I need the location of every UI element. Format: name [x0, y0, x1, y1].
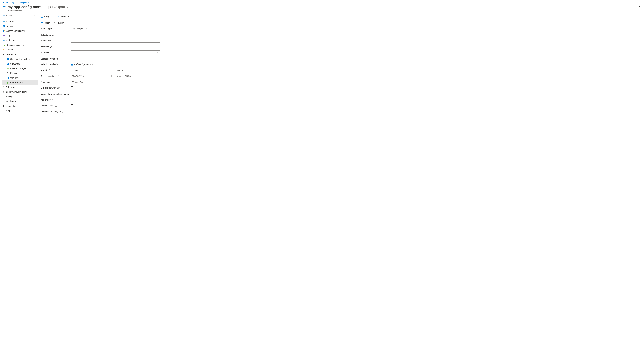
- radio-snapshot[interactable]: Snapshot: [82, 63, 94, 66]
- source-type-select[interactable]: App Configuration ⌄: [70, 27, 160, 31]
- resource-select[interactable]: ⌄: [70, 50, 160, 54]
- nav-label: Import/export: [10, 81, 24, 84]
- info-icon[interactable]: i: [62, 110, 64, 113]
- svg-point-14: [4, 45, 5, 46]
- sidebar-sort-icon[interactable]: [31, 15, 33, 17]
- sidebar-item-compare[interactable]: Compare: [2, 76, 38, 80]
- select-value: Equals: [72, 69, 78, 71]
- svg-rect-7: [3, 26, 4, 26]
- nav-label: Tags: [6, 35, 11, 37]
- sidebar-group-monitoring[interactable]: Monitoring: [2, 99, 38, 104]
- sidebar-item-configuration-explorer[interactable]: Configuration explorer: [2, 57, 38, 61]
- info-icon[interactable]: i: [56, 63, 58, 65]
- svg-rect-4: [3, 21, 4, 21]
- selection-mode-label: Selection mode i: [41, 63, 70, 66]
- nav-label: Compare: [10, 77, 19, 79]
- sidebar-group-telemetry[interactable]: Telemetry: [2, 85, 38, 90]
- radio-label: Export: [58, 22, 64, 24]
- radio-checked-icon: [70, 63, 73, 66]
- radio-default[interactable]: Default: [70, 63, 81, 66]
- override-content-types-checkbox[interactable]: [70, 110, 73, 113]
- key-filter-operator-select[interactable]: Equals ⌄: [70, 68, 114, 72]
- sidebar-item-activity-log[interactable]: Activity log: [2, 24, 38, 29]
- svg-rect-18: [7, 59, 9, 60]
- sidebar-item-resource-visualizer[interactable]: Resource visualizer: [2, 43, 38, 47]
- add-prefix-label: Add prefix i: [41, 99, 70, 101]
- quick-start-icon: [3, 39, 5, 42]
- access-control-icon: [3, 30, 5, 32]
- feedback-button[interactable]: Feedback: [56, 15, 69, 18]
- favorite-star-icon[interactable]: ☆: [67, 6, 69, 8]
- svg-rect-2: [3, 21, 5, 22]
- close-icon[interactable]: ✕: [638, 5, 641, 8]
- override-labels-checkbox[interactable]: [70, 104, 73, 107]
- nav-label: Configuration explorer: [10, 58, 30, 60]
- nav-label: Events: [6, 49, 13, 51]
- main-content: Apply Feedback Import Export Source type: [38, 14, 644, 119]
- more-actions-icon[interactable]: ⋯: [71, 6, 73, 8]
- toolbar-separator: [53, 15, 53, 18]
- breadcrumb-home[interactable]: Home: [3, 2, 8, 4]
- sidebar-item-snapshots[interactable]: Snapshots: [2, 61, 38, 66]
- svg-rect-25: [6, 78, 8, 79]
- info-icon[interactable]: i: [49, 69, 51, 71]
- subscription-select[interactable]: ⌄: [70, 39, 160, 43]
- svg-rect-20: [7, 63, 8, 63]
- sidebar-item-restore[interactable]: Restore: [2, 71, 38, 76]
- select-source-title: Select source: [41, 34, 641, 36]
- sidebar-item-quick-start[interactable]: Quick start: [2, 38, 38, 43]
- sidebar-group-help[interactable]: Help: [2, 108, 38, 113]
- chevron-right-icon: [3, 86, 5, 88]
- radio-unchecked-icon: [54, 22, 57, 24]
- sidebar-group-experimentation[interactable]: Experimentation (New): [2, 90, 38, 94]
- time-input[interactable]: [116, 74, 160, 78]
- info-icon[interactable]: i: [50, 99, 52, 101]
- info-icon[interactable]: i: [57, 75, 59, 77]
- key-filter-value-input[interactable]: [116, 68, 160, 72]
- sidebar-item-tags[interactable]: Tags: [2, 33, 38, 38]
- key-filter-value-field[interactable]: [117, 69, 158, 72]
- time-field[interactable]: [117, 75, 158, 77]
- apply-button[interactable]: Apply: [41, 15, 49, 18]
- sidebar-search-input[interactable]: [6, 14, 31, 18]
- nav-label: Snapshots: [10, 63, 20, 65]
- chevron-down-icon: ⌄: [157, 40, 158, 42]
- exclude-feature-flag-checkbox[interactable]: [70, 86, 73, 89]
- svg-rect-3: [3, 21, 4, 21]
- select-value: App Configuration: [72, 28, 87, 30]
- info-icon[interactable]: i: [51, 81, 53, 83]
- breadcrumb-resource[interactable]: my-app-config-store: [12, 2, 29, 4]
- info-icon[interactable]: i: [60, 87, 62, 89]
- svg-rect-27: [8, 78, 9, 79]
- subscription-label: Subscription *: [41, 40, 70, 42]
- sidebar-group-operations[interactable]: Operations: [2, 52, 38, 57]
- radio-export[interactable]: Export: [54, 22, 64, 24]
- radio-import[interactable]: Import: [41, 22, 50, 24]
- sidebar-item-overview[interactable]: Overview: [2, 19, 38, 24]
- svg-rect-24: [6, 77, 8, 78]
- sidebar-collapse-icon[interactable]: «: [34, 15, 35, 17]
- sidebar-item-events[interactable]: Events: [2, 47, 38, 52]
- from-label-select[interactable]: Please select ⌄: [70, 80, 160, 84]
- date-field[interactable]: [72, 75, 113, 77]
- tags-icon: [3, 35, 5, 37]
- nav-label: Resource visualizer: [6, 44, 24, 46]
- sidebar-group-automation[interactable]: Automation: [2, 104, 38, 108]
- radio-label: Snapshot: [86, 63, 94, 66]
- resource-group-select[interactable]: ⌄: [70, 45, 160, 48]
- add-prefix-field[interactable]: [72, 99, 158, 101]
- save-icon: [41, 15, 43, 18]
- info-icon[interactable]: i: [55, 105, 57, 107]
- date-input[interactable]: [70, 74, 114, 78]
- sidebar-item-access-control[interactable]: Access control (IAM): [2, 29, 38, 33]
- calendar-icon[interactable]: [112, 75, 114, 77]
- svg-rect-16: [7, 59, 9, 59]
- add-prefix-input[interactable]: [70, 98, 160, 102]
- svg-point-13: [3, 45, 3, 46]
- nav-label: Monitoring: [6, 100, 16, 102]
- sidebar-item-import-export[interactable]: Import/export: [2, 80, 38, 85]
- svg-point-11: [3, 35, 4, 36]
- sidebar-item-feature-manager[interactable]: Feature manager: [2, 66, 38, 71]
- sidebar-group-settings[interactable]: Settings: [2, 94, 38, 99]
- sidebar-search[interactable]: [2, 14, 30, 18]
